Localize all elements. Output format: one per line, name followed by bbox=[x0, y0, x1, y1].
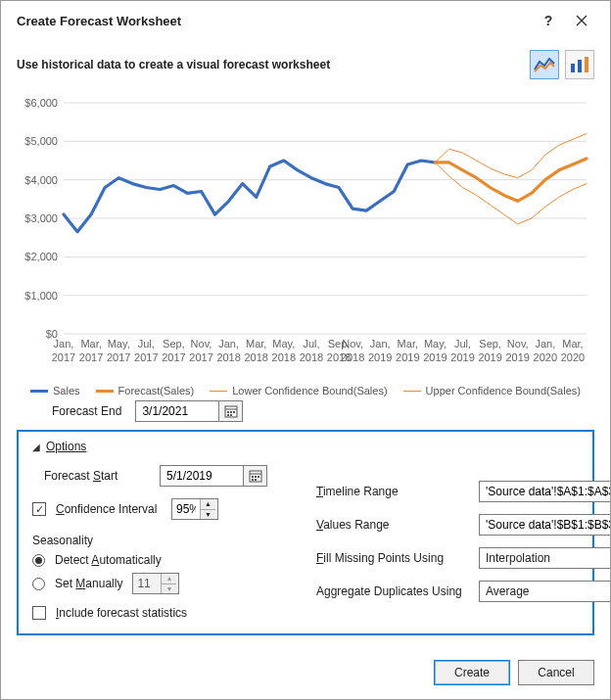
svg-text:2017: 2017 bbox=[79, 351, 103, 363]
svg-text:Nov,: Nov, bbox=[507, 338, 529, 350]
svg-text:$6,000: $6,000 bbox=[24, 97, 58, 109]
svg-text:Jan,: Jan, bbox=[54, 338, 74, 350]
confidence-spinner-up[interactable]: ▲ bbox=[201, 499, 215, 510]
forecast-chart: $0$1,000$2,000$3,000$4,000$5,000$6,000Ja… bbox=[17, 95, 594, 379]
options-header-label: Options bbox=[46, 440, 86, 453]
confidence-interval-checkbox[interactable] bbox=[32, 502, 46, 516]
forecast-start-label: Forecast Start bbox=[44, 469, 150, 483]
forecast-end-datepicker-button[interactable] bbox=[218, 401, 242, 421]
forecast-start-datepicker-button[interactable] bbox=[243, 466, 266, 486]
svg-text:Jan,: Jan, bbox=[370, 338, 391, 350]
seasonality-auto-label: Detect Automatically bbox=[55, 553, 162, 567]
svg-text:2017: 2017 bbox=[52, 351, 75, 363]
svg-text:2019: 2019 bbox=[368, 351, 392, 363]
svg-text:Mar,: Mar, bbox=[246, 338, 266, 350]
svg-text:Sep,: Sep, bbox=[479, 338, 501, 350]
calendar-icon bbox=[249, 469, 262, 483]
svg-rect-67 bbox=[255, 476, 257, 478]
seasonality-spinner-up: ▲ bbox=[162, 574, 176, 584]
options-panel: ◢ Options Forecast Start bbox=[17, 430, 594, 635]
dialog-subtitle: Use historical data to create a visual f… bbox=[17, 58, 330, 71]
svg-text:2018: 2018 bbox=[300, 351, 323, 363]
svg-text:2019: 2019 bbox=[505, 351, 529, 363]
svg-text:2017: 2017 bbox=[134, 351, 158, 363]
svg-text:2020: 2020 bbox=[534, 351, 557, 363]
cancel-button[interactable]: Cancel bbox=[518, 660, 594, 685]
svg-text:2018: 2018 bbox=[272, 351, 296, 363]
svg-text:Nov,: Nov, bbox=[342, 338, 363, 350]
svg-rect-2 bbox=[585, 57, 588, 72]
chart-type-column-button[interactable] bbox=[565, 50, 594, 79]
svg-text:Jan,: Jan, bbox=[218, 338, 239, 350]
aggregate-value: Average bbox=[480, 584, 611, 598]
svg-rect-63 bbox=[230, 414, 232, 416]
seasonality-auto-radio[interactable] bbox=[32, 554, 45, 567]
svg-rect-68 bbox=[258, 476, 259, 478]
svg-rect-70 bbox=[255, 479, 257, 481]
timeline-range-label: Timeline Range bbox=[316, 485, 469, 498]
svg-text:2019: 2019 bbox=[450, 351, 474, 363]
include-stats-checkbox[interactable] bbox=[32, 606, 46, 620]
seasonality-label: Seasonality bbox=[32, 534, 287, 547]
svg-text:Sep,: Sep, bbox=[163, 338, 185, 350]
svg-text:$5,000: $5,000 bbox=[24, 135, 58, 147]
legend-item: Forecast(Sales) bbox=[96, 385, 195, 397]
svg-text:Jul,: Jul, bbox=[454, 338, 471, 350]
fill-missing-dropdown[interactable]: Interpolation ▾ bbox=[479, 547, 611, 569]
create-button[interactable]: Create bbox=[434, 660, 510, 685]
seasonality-manual-radio[interactable] bbox=[32, 578, 45, 590]
options-toggle[interactable]: ◢ Options bbox=[32, 440, 579, 453]
seasonality-spinner-down: ▼ bbox=[162, 584, 176, 594]
confidence-interval-label: Confidence Interval bbox=[56, 502, 162, 516]
svg-text:2019: 2019 bbox=[423, 351, 446, 363]
svg-text:May,: May, bbox=[424, 338, 446, 350]
column-chart-icon bbox=[569, 56, 590, 73]
help-button[interactable]: ? bbox=[532, 9, 565, 32]
svg-rect-62 bbox=[227, 414, 229, 416]
svg-text:2017: 2017 bbox=[107, 351, 130, 363]
timeline-range-input[interactable] bbox=[480, 482, 611, 501]
svg-rect-60 bbox=[230, 411, 232, 413]
seasonality-manual-label: Set Manually bbox=[55, 577, 122, 590]
close-button[interactable] bbox=[565, 9, 598, 32]
svg-text:2019: 2019 bbox=[478, 351, 501, 363]
values-range-input[interactable] bbox=[480, 515, 611, 535]
svg-text:Mar,: Mar, bbox=[562, 338, 583, 350]
fill-missing-label: Fill Missing Points Using bbox=[316, 551, 469, 565]
legend-item: Upper Confidence Bound(Sales) bbox=[403, 385, 581, 397]
aggregate-label: Aggregate Duplicates Using bbox=[316, 584, 469, 598]
svg-rect-66 bbox=[252, 476, 254, 478]
svg-text:May,: May, bbox=[272, 338, 295, 350]
svg-text:Jul,: Jul, bbox=[303, 338, 319, 350]
svg-rect-1 bbox=[578, 60, 582, 72]
svg-text:2018: 2018 bbox=[244, 351, 267, 363]
svg-text:Mar,: Mar, bbox=[398, 338, 418, 350]
svg-text:$1,000: $1,000 bbox=[24, 290, 58, 302]
aggregate-dropdown[interactable]: Average ▾ bbox=[479, 581, 611, 602]
line-chart-icon bbox=[534, 56, 555, 73]
chart-type-line-button[interactable] bbox=[530, 50, 559, 79]
svg-text:2020: 2020 bbox=[561, 351, 585, 363]
forecast-end-input[interactable] bbox=[136, 401, 218, 421]
svg-rect-69 bbox=[252, 479, 254, 481]
svg-text:$2,000: $2,000 bbox=[24, 251, 58, 262]
dialog-title: Create Forecast Worksheet bbox=[17, 14, 181, 28]
svg-text:$3,000: $3,000 bbox=[24, 212, 58, 224]
values-range-label: Values Range bbox=[316, 518, 469, 532]
svg-rect-0 bbox=[571, 64, 575, 72]
svg-rect-59 bbox=[227, 411, 229, 413]
forecast-end-label: Forecast End bbox=[52, 404, 121, 418]
svg-text:$4,000: $4,000 bbox=[24, 174, 58, 186]
svg-text:2019: 2019 bbox=[396, 351, 419, 363]
seasonality-manual-input bbox=[133, 574, 161, 593]
calendar-icon bbox=[224, 404, 238, 418]
svg-rect-61 bbox=[233, 411, 235, 413]
confidence-interval-input[interactable] bbox=[172, 499, 200, 519]
confidence-spinner-down[interactable]: ▼ bbox=[201, 510, 215, 520]
fill-missing-value: Interpolation bbox=[480, 551, 611, 565]
svg-text:May,: May, bbox=[108, 338, 130, 350]
legend-item: Sales bbox=[30, 385, 80, 397]
collapse-triangle-icon: ◢ bbox=[32, 442, 40, 452]
forecast-start-input[interactable] bbox=[161, 466, 243, 486]
svg-text:2018: 2018 bbox=[341, 351, 364, 363]
